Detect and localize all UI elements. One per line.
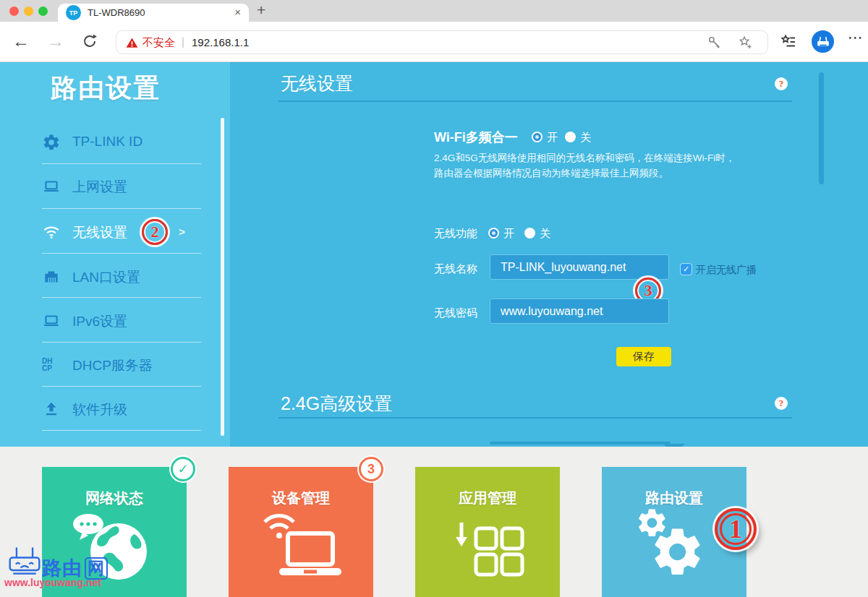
tplink-favicon-icon: TP xyxy=(66,5,81,20)
address-bar[interactable]: 不安全 | 192.168.1.1 xyxy=(116,30,768,54)
sidebar-item-ipv6-settings[interactable]: IPv6设置 xyxy=(0,309,230,332)
monitor-icon xyxy=(42,312,61,330)
tile-app-management[interactable]: 应用管理 xyxy=(415,467,560,597)
refresh-icon[interactable] xyxy=(81,33,98,53)
profile-avatar[interactable] xyxy=(812,30,834,53)
wireless-name-label: 无线名称 xyxy=(434,262,477,276)
tile-label: 应用管理 xyxy=(415,489,560,508)
section-title: 无线设置 xyxy=(281,72,353,95)
band-merge-off-radio[interactable] xyxy=(565,132,576,142)
sidebar-divider xyxy=(42,208,201,209)
band-merge-off-label[interactable]: 关 xyxy=(580,131,591,145)
close-window-button[interactable] xyxy=(9,7,19,16)
gears-icon xyxy=(629,504,713,591)
browser-toolbar: ← → 不安全 | 192.168.1.1 ⋯ xyxy=(0,22,868,62)
minimize-window-button[interactable] xyxy=(24,7,33,16)
sidebar-divider xyxy=(42,342,201,343)
sidebar-scrollbar[interactable] xyxy=(221,118,224,436)
wireless-function-label: 无线功能 xyxy=(434,227,477,241)
gear-icon xyxy=(42,133,61,152)
tile-count-badge: 3 xyxy=(359,457,383,481)
sidebar-item-label: 无线设置 xyxy=(72,223,127,242)
tab-title: TL-WDR8690 xyxy=(88,7,145,18)
step-2-annotation: 2 xyxy=(142,219,168,245)
sidebar-divider xyxy=(42,253,201,254)
wireless-password-input[interactable] xyxy=(490,298,669,324)
tile-check-badge: ✓ xyxy=(171,457,195,481)
wireless-password-label: 无线密码 xyxy=(434,306,477,320)
save-button[interactable]: 保存 xyxy=(616,347,671,366)
advanced-section-title: 2.4G高级设置 xyxy=(281,392,392,416)
tab-bar: TP TL-WDR8690 × + xyxy=(0,0,868,22)
app-grid-download-icon xyxy=(450,507,528,588)
dhcp-icon: DH CP xyxy=(42,356,61,374)
section-divider xyxy=(278,100,792,102)
sidebar-item-label: 软件升级 xyxy=(72,400,127,419)
tile-device-management[interactable]: 设备管理 xyxy=(229,467,373,597)
panel-bottom-indicator xyxy=(490,442,671,444)
chevron-right-icon: > xyxy=(179,226,185,238)
sidebar-divider xyxy=(42,430,201,431)
forward-icon: → xyxy=(47,30,64,52)
browser-tab[interactable]: TP TL-WDR8690 × xyxy=(58,4,249,22)
sidebar: 路由设置 TP-LINK ID 上网设置 无线设置 xyxy=(0,62,230,447)
back-icon[interactable]: ← xyxy=(12,30,30,52)
section-divider xyxy=(278,417,792,418)
sidebar-item-tplink-id[interactable]: TP-LINK ID xyxy=(0,131,230,154)
tab-close-icon[interactable]: × xyxy=(234,6,241,18)
sidebar-item-lan-settings[interactable]: LAN口设置 xyxy=(0,265,230,288)
sidebar-item-internet-settings[interactable]: 上网设置 xyxy=(0,175,230,198)
step-1-annotation: 1 xyxy=(715,508,757,550)
sidebar-item-dhcp-server[interactable]: DH CP DHCP服务器 xyxy=(0,353,230,377)
zoom-window-button[interactable] xyxy=(38,7,48,16)
watermark-url: www.luyouwang.net xyxy=(4,577,101,588)
url-text[interactable]: 192.168.1.1 xyxy=(192,36,249,48)
more-menu-icon[interactable]: ⋯ xyxy=(848,29,864,46)
lan-port-icon xyxy=(42,267,61,286)
help-icon[interactable]: ? xyxy=(775,77,788,90)
security-warning-icon[interactable] xyxy=(125,36,139,53)
wifi-icon xyxy=(42,223,61,241)
sidebar-item-wireless-settings[interactable]: 无线设置 xyxy=(0,220,230,244)
favorites-list-icon[interactable] xyxy=(780,33,797,53)
sidebar-item-label: IPv6设置 xyxy=(72,312,127,331)
sidebar-item-firmware-upgrade[interactable]: 软件升级 xyxy=(0,398,230,421)
wireless-on-radio[interactable] xyxy=(488,228,499,239)
broadcast-checkbox[interactable]: ✓ xyxy=(681,264,692,275)
sidebar-item-label: DHCP服务器 xyxy=(72,356,153,375)
band-merge-description-line1: 2.4G和5G无线网络使用相同的无线名称和密码，在终端连接Wi-Fi时， xyxy=(434,152,735,165)
star-add-icon[interactable] xyxy=(737,35,753,53)
address-divider: | xyxy=(182,35,184,48)
upgrade-icon xyxy=(42,400,61,418)
sidebar-title: 路由设置 xyxy=(51,71,161,106)
laptop-wifi-icon xyxy=(259,504,344,587)
tile-label: 网络状态 xyxy=(42,489,187,508)
wireless-off-radio[interactable] xyxy=(524,228,535,239)
sidebar-divider xyxy=(42,297,201,298)
wireless-off-label[interactable]: 关 xyxy=(540,227,550,241)
browser-window: TP TL-WDR8690 × + ← → 不安全 | 192.168.1.1 xyxy=(0,0,868,597)
sidebar-item-label: TP-LINK ID xyxy=(72,134,142,150)
sidebar-divider xyxy=(42,163,201,164)
new-tab-button[interactable]: + xyxy=(257,1,265,19)
band-merge-on-label[interactable]: 开 xyxy=(547,131,558,145)
key-icon[interactable] xyxy=(707,35,723,53)
help-icon[interactable]: ? xyxy=(775,397,788,410)
band-merge-on-radio[interactable] xyxy=(532,132,542,142)
wireless-name-input[interactable] xyxy=(490,254,669,280)
wireless-on-label[interactable]: 开 xyxy=(503,227,514,241)
router-admin-page: 路由设置 TP-LINK ID 上网设置 无线设置 xyxy=(0,62,868,597)
monitor-icon xyxy=(42,177,61,196)
wifi-band-merge-label: Wi-Fi多频合一 xyxy=(434,129,518,146)
wireless-settings-panel: 无线设置 ? Wi-Fi多频合一 开 关 2.4G和5G无线网络使用相同的无线名… xyxy=(230,62,868,447)
sidebar-item-label: LAN口设置 xyxy=(72,268,140,287)
broadcast-checkbox-label[interactable]: 开启无线广播 xyxy=(696,264,757,277)
watermark-router-icon xyxy=(7,545,42,581)
sidebar-item-label: 上网设置 xyxy=(72,178,127,197)
sidebar-divider xyxy=(42,386,201,387)
not-secure-label[interactable]: 不安全 xyxy=(142,36,175,50)
content-scrollbar[interactable] xyxy=(819,72,824,184)
band-merge-description-line2: 路由器会根据网络情况自动为终端选择最佳上网频段。 xyxy=(434,167,668,180)
bottom-nav: 网络状态 ✓ 设备管理 xyxy=(0,447,868,597)
